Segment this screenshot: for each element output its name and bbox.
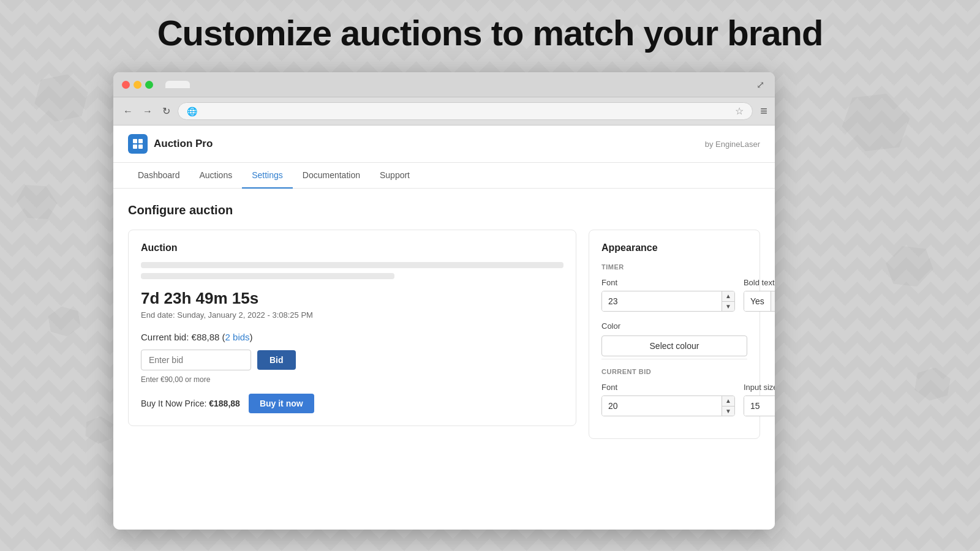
skeleton-line-1 [141, 262, 564, 268]
bid-input[interactable] [141, 350, 251, 370]
current-bid: Current bid: €88,88 (2 bids) [141, 332, 564, 342]
maximize-button[interactable] [145, 81, 153, 89]
browser-titlebar: ⤢ [113, 72, 775, 97]
font-label: Font [601, 278, 735, 287]
svg-rect-0 [133, 139, 137, 143]
current-bid-font-increment[interactable]: ▲ [722, 396, 734, 407]
bids-link[interactable]: 2 bids [225, 332, 250, 342]
two-column-layout: Auction 7d 23h 49m 15s End date: Sunday,… [128, 230, 760, 439]
minimize-button[interactable] [134, 81, 141, 89]
input-size-label: Input size [744, 383, 775, 392]
page-title: Configure auction [128, 203, 760, 217]
logo-icon [128, 134, 148, 154]
current-bid-field-row: Font ▲ ▼ [601, 383, 747, 416]
app-by: by EngineLaser [705, 140, 760, 149]
bold-text-select[interactable]: Yes No [744, 291, 771, 311]
color-select-button[interactable]: Select colour [601, 335, 747, 356]
bookmark-icon[interactable]: ☆ [735, 105, 744, 117]
traffic-lights [122, 81, 153, 89]
close-button[interactable] [122, 81, 130, 89]
app-content: Auction Pro by EngineLaser Dashboard Auc… [113, 126, 775, 530]
expand-icon[interactable]: ⤢ [754, 78, 766, 91]
current-bid-font-wrap: ▲ ▼ [601, 395, 735, 416]
current-bid-section: CURRENT BID Font ▲ ▼ [601, 359, 747, 416]
page-content: Configure auction Auction 7d 23h 49m 15s… [113, 189, 775, 454]
timer-section-label: TIMER [601, 263, 747, 271]
input-size-wrap: ▲ ▼ [744, 395, 775, 416]
svg-rect-1 [138, 139, 143, 143]
tab-support[interactable]: Support [370, 163, 420, 189]
bold-text-label: Bold text [744, 278, 775, 287]
timer-field-row: Font ▲ ▼ Bold text [601, 278, 747, 312]
app-name: Auction Pro [154, 138, 213, 150]
buy-now-button[interactable]: Buy it now [249, 394, 314, 413]
auction-panel: Auction 7d 23h 49m 15s End date: Sunday,… [128, 230, 576, 426]
bid-hint: Enter €90,00 or more [141, 375, 564, 384]
svg-rect-2 [133, 144, 137, 149]
bold-text-select-wrap: Yes No ▼ [744, 291, 775, 312]
tab-dashboard[interactable]: Dashboard [128, 163, 190, 189]
skeleton-line-2 [141, 273, 394, 279]
bid-input-row: Bid [141, 350, 564, 370]
select-arrow-icon: ▼ [771, 291, 775, 311]
browser-window: ⤢ ← → ↻ 🌐 ☆ ≡ [113, 72, 775, 530]
back-button[interactable]: ← [121, 105, 135, 118]
svg-rect-3 [138, 144, 143, 149]
buy-now-row: Buy It Now Price: €188,88 Buy it now [141, 394, 564, 413]
font-decrement[interactable]: ▼ [722, 302, 734, 312]
app-logo: Auction Pro [128, 134, 213, 154]
current-bid-font-decrement[interactable]: ▼ [722, 407, 734, 416]
refresh-button[interactable]: ↻ [160, 104, 173, 118]
current-bid-font-label: Font [601, 383, 735, 392]
appearance-title: Appearance [601, 242, 747, 253]
current-bid-font-input[interactable] [602, 396, 722, 416]
bold-text-field-group: Bold text Yes No ▼ [744, 278, 775, 312]
forward-button[interactable]: → [140, 105, 155, 118]
bid-button[interactable]: Bid [257, 350, 296, 370]
browser-tab[interactable] [165, 81, 190, 88]
tab-auctions[interactable]: Auctions [190, 163, 243, 189]
font-increment[interactable]: ▲ [722, 291, 734, 302]
font-input[interactable] [602, 291, 722, 311]
timer-display: 7d 23h 49m 15s [141, 289, 564, 308]
appearance-panel: Appearance TIMER Font ▲ ▼ [589, 230, 760, 439]
main-heading: Customize auctions to match your brand [0, 12, 980, 53]
tab-settings[interactable]: Settings [242, 163, 293, 189]
globe-icon: 🌐 [187, 107, 197, 116]
color-label: Color [601, 321, 747, 331]
input-size-input[interactable] [744, 396, 775, 416]
font-input-wrap: ▲ ▼ [601, 291, 735, 312]
font-field-group: Font ▲ ▼ [601, 278, 735, 312]
address-bar[interactable]: 🌐 ☆ [178, 102, 753, 120]
current-bid-font-group: Font ▲ ▼ [601, 383, 735, 416]
input-size-group: Input size ▲ ▼ [744, 383, 775, 416]
app-header: Auction Pro by EngineLaser [113, 126, 775, 163]
end-date: End date: Sunday, January 2, 2022 - 3:08… [141, 310, 564, 320]
tab-documentation[interactable]: Documentation [293, 163, 370, 189]
menu-icon[interactable]: ≡ [760, 104, 767, 118]
buy-now-label: Buy It Now Price: €188,88 [141, 399, 240, 408]
browser-navbar: ← → ↻ 🌐 ☆ ≡ [113, 97, 775, 126]
buy-now-price: €188,88 [209, 399, 240, 408]
current-bid-font-stepper: ▲ ▼ [722, 396, 734, 416]
nav-tabs: Dashboard Auctions Settings Documentatio… [113, 163, 775, 189]
font-stepper: ▲ ▼ [722, 291, 734, 311]
auction-panel-title: Auction [141, 242, 564, 253]
current-bid-section-label: CURRENT BID [601, 368, 747, 375]
